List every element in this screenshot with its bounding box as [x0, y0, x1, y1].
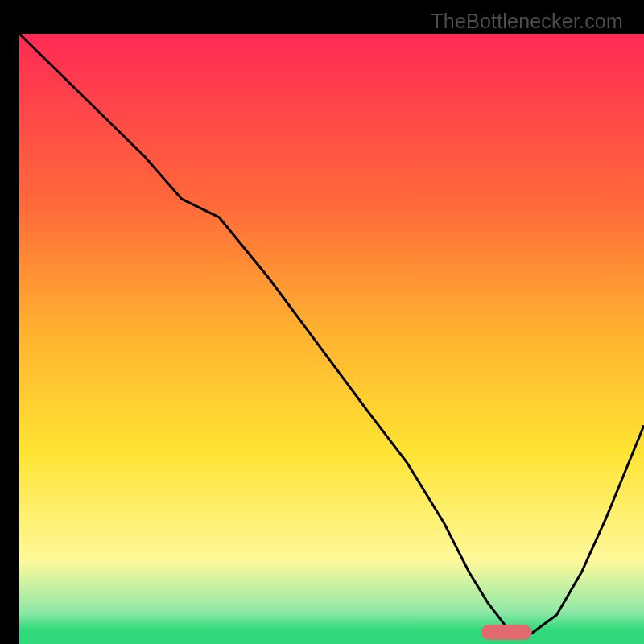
watermark-text: TheBottlenecker.com	[431, 10, 623, 33]
bottleneck-chart	[19, 34, 644, 644]
plot-area	[19, 34, 644, 644]
chart-frame: TheBottlenecker.com	[10, 10, 634, 634]
optimal-range-marker	[481, 625, 531, 639]
